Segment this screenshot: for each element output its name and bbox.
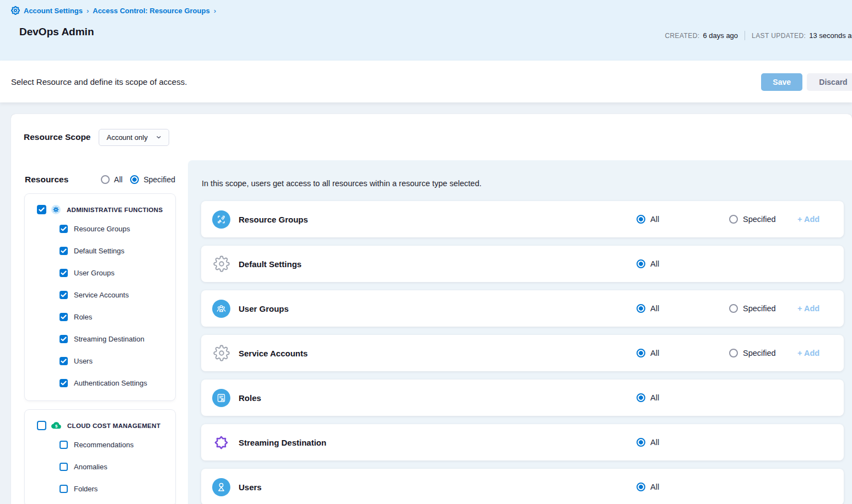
add-button[interactable]: + Add (797, 215, 819, 224)
resource-item-checkbox[interactable] (60, 379, 68, 387)
specified-option: Specified (729, 304, 797, 313)
module-label: ADMINISTRATIVE FUNCTIONS (67, 207, 163, 213)
resource-scope-header: Resource Scope Account only (11, 114, 852, 160)
resource-item: Streaming Destination (60, 328, 175, 350)
resource-item-label: Roles (74, 313, 92, 321)
all-option: All (637, 259, 729, 268)
resource-item: Service Accounts (60, 284, 175, 306)
specified-label: Specified (743, 304, 776, 313)
module-checkbox[interactable] (37, 421, 46, 430)
roles-icon (212, 389, 230, 407)
module-header: $ CLOUD COST MANAGEMENT (37, 421, 175, 430)
all-radio[interactable] (637, 483, 645, 491)
all-option: All (637, 215, 729, 224)
specified-radio[interactable] (729, 304, 738, 313)
resource-item-checkbox[interactable] (60, 269, 68, 277)
resource-groups-icon (212, 210, 230, 229)
resource-item: Anomalies (60, 456, 175, 478)
svg-text:$: $ (55, 424, 58, 429)
all-radio[interactable] (637, 438, 645, 447)
action-message: Select Resource and define its scope of … (11, 77, 187, 86)
all-radio[interactable] (637, 304, 645, 313)
all-radio[interactable] (637, 349, 645, 357)
module-label: CLOUD COST MANAGEMENT (67, 422, 160, 429)
all-label: All (650, 349, 659, 357)
all-radio[interactable] (637, 215, 645, 224)
resource-scope-dropdown[interactable]: Account only (99, 129, 169, 146)
resource-item-checkbox[interactable] (60, 225, 68, 233)
action-bar: Select Resource and define its scope of … (0, 61, 852, 102)
specified-option: Specified (729, 349, 797, 357)
users-icon (212, 478, 230, 496)
created-label: CREATED: (665, 32, 699, 40)
specified-radio[interactable] (729, 215, 738, 224)
resource-scope-label: Resource Scope (24, 132, 90, 142)
resource-item-checkbox[interactable] (60, 441, 68, 449)
resource-type-row: Users All (201, 469, 844, 504)
resource-item-label: Recommendations (74, 441, 133, 449)
settings-gear-icon (212, 256, 230, 272)
resource-type-row: Streaming Destination All (201, 424, 844, 460)
resource-item-checkbox[interactable] (60, 291, 68, 299)
resource-item: Users (60, 350, 175, 372)
resource-type-row: Default Settings All (201, 246, 844, 282)
resource-item-label: Folders (74, 485, 98, 493)
resource-item-checkbox[interactable] (60, 335, 68, 343)
all-option: All (637, 304, 729, 313)
resource-item-checkbox[interactable] (60, 313, 68, 321)
breadcrumb-account-settings[interactable]: Account Settings (24, 7, 83, 15)
resource-item: User Groups (60, 262, 175, 284)
scope-detail-panel: In this scope, users get access to all r… (188, 160, 852, 504)
user-groups-icon (212, 300, 230, 318)
resources-title: Resources (25, 175, 93, 185)
resource-type-row: Service Accounts All Specified + Add (201, 335, 844, 371)
resource-item-label: Default Settings (74, 247, 125, 255)
add-button[interactable]: + Add (797, 304, 819, 313)
resource-item-checkbox[interactable] (60, 485, 68, 493)
save-button[interactable]: Save (761, 73, 802, 91)
all-option: All (637, 483, 729, 491)
cloud-cost-icon: $ (51, 421, 61, 430)
resource-item-checkbox[interactable] (60, 247, 68, 255)
access-controls: All (637, 483, 822, 491)
breadcrumb-access-control[interactable]: Access Control: Resource Groups (93, 7, 209, 15)
resources-specified-label: Specified (143, 175, 175, 184)
resources-specified-radio[interactable] (130, 175, 139, 184)
resources-all-option: All (101, 175, 123, 184)
specified-option: Specified (729, 215, 797, 224)
add-button[interactable]: + Add (797, 349, 819, 357)
gear-icon (11, 6, 20, 15)
all-radio[interactable] (637, 259, 645, 268)
resources-all-radio[interactable] (101, 175, 110, 184)
discard-button[interactable]: Discard (807, 73, 852, 91)
resource-item-checkbox[interactable] (60, 463, 68, 471)
resource-module-card: ADMINISTRATIVE FUNCTIONS Resource Groups… (25, 194, 175, 400)
specified-radio[interactable] (729, 349, 738, 357)
all-label: All (650, 393, 659, 402)
all-label: All (650, 438, 659, 447)
module-checkbox[interactable] (37, 205, 46, 214)
all-label: All (650, 215, 659, 224)
chevron-down-icon (155, 134, 162, 140)
resource-type-title: Roles (239, 393, 261, 403)
access-controls: All Specified + Add (637, 215, 822, 224)
all-radio[interactable] (637, 393, 645, 402)
scope-editor-card: Resource Scope Account only Resources Al… (11, 114, 852, 504)
resource-item: Folders (60, 478, 175, 500)
header-meta: CREATED: 6 days ago LAST UPDATED: 13 sec… (665, 31, 852, 40)
breadcrumb-separator: › (214, 7, 216, 15)
resource-item-checkbox[interactable] (60, 357, 68, 365)
breadcrumb-separator: › (87, 7, 89, 15)
resources-all-label: All (114, 175, 123, 184)
resource-item-label: Resource Groups (74, 225, 130, 233)
access-controls: All Specified + Add (637, 349, 822, 357)
resources-specified-option: Specified (130, 175, 175, 184)
settings-gear-icon (212, 345, 230, 361)
breadcrumb: Account Settings › Access Control: Resou… (0, 0, 852, 15)
resource-type-title: User Groups (239, 304, 289, 313)
resource-item-label: Authentication Settings (74, 379, 147, 387)
last-updated-value: 13 seconds ago (809, 31, 852, 40)
streaming-destination-icon (212, 434, 230, 451)
access-controls: All (637, 259, 822, 268)
all-label: All (650, 304, 659, 313)
